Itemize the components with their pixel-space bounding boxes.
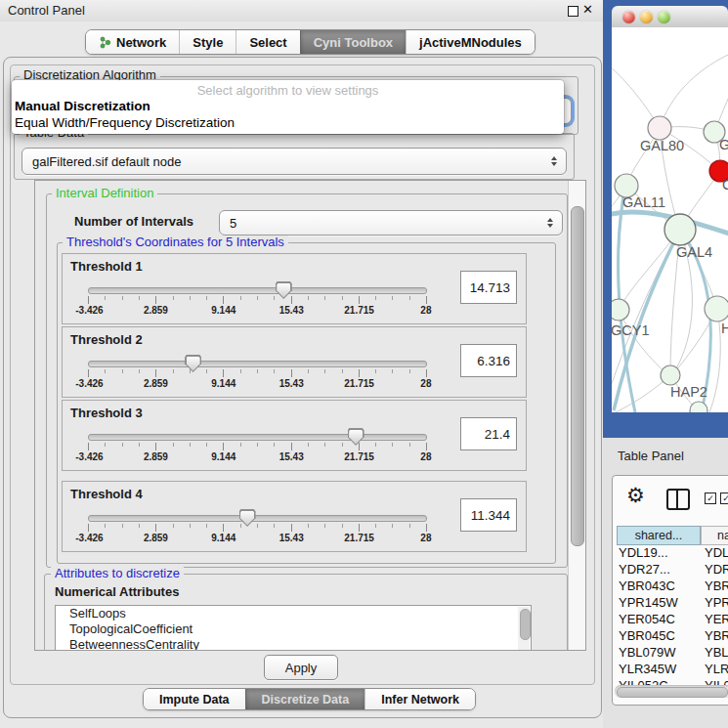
float-window-icon[interactable] (568, 6, 578, 17)
control-panel-tabbar: Network Style Select Cyni Toolbox jActiv… (85, 29, 535, 55)
number-of-intervals-spinner[interactable]: 5 (219, 210, 563, 236)
slider-track (88, 287, 427, 294)
threshold-3-value-field[interactable]: 21.4 (460, 417, 517, 450)
threshold-1-slider[interactable]: -3.4262.8599.14415.4321.71528 (88, 287, 427, 317)
threshold-3-box: Threshold 3 -3.4262.8599.14415.4321.7152… (62, 400, 527, 471)
threshold-4-label: Threshold 4 (70, 487, 143, 501)
tab-cyni-toolbox[interactable]: Cyni Toolbox (300, 30, 406, 54)
network-window-titlebar[interactable] (612, 6, 728, 28)
threshold-1-label: Threshold 1 (70, 259, 143, 274)
tab-discretize-data[interactable]: Discretize Data (245, 689, 365, 709)
slider-track (88, 361, 427, 367)
table-row[interactable]: YDL19...YDL1 (613, 545, 728, 562)
threshold-2-value-field[interactable]: 6.316 (460, 344, 517, 377)
list-scrollbar[interactable] (518, 607, 530, 651)
attributes-group-title: Attributes to discretize (51, 567, 184, 580)
table-row[interactable]: YBL079WYBL0 (613, 645, 728, 662)
table-row[interactable]: YBR043CYBR0 (613, 578, 728, 595)
pane-scrollbar[interactable] (568, 181, 585, 650)
checkbox-icon[interactable]: ✓ (720, 492, 728, 504)
node-gal4[interactable] (664, 214, 696, 245)
table-row[interactable]: YLR345WYLR3 (613, 662, 728, 678)
list-scrollbar-thumb[interactable] (520, 609, 531, 640)
table-horizontal-scrollbar[interactable] (615, 685, 728, 698)
node-hap2[interactable] (661, 365, 680, 385)
network-canvas[interactable]: GAL80 GA C GAL11 GAL4 GCY1 H HAP2 (612, 27, 728, 412)
column-header-name[interactable]: na (701, 526, 728, 545)
tab-network-label: Network (116, 35, 166, 50)
threshold-4-value-field[interactable]: 11.344 (460, 498, 517, 532)
node-gcy1[interactable] (612, 299, 629, 321)
threshold-4-slider[interactable]: -3.4262.8599.14415.4321.71528 (88, 515, 427, 544)
close-icon[interactable]: ✕ (582, 2, 593, 17)
tab-infer-network[interactable]: Infer Network (364, 689, 475, 709)
tab-impute-data[interactable]: Impute Data (144, 689, 245, 709)
number-of-intervals-label: Number of Intervals (74, 214, 193, 229)
table-row[interactable]: YBR045CYBR0 (613, 628, 728, 645)
node-label-hap2: HAP2 (670, 384, 707, 400)
table-row[interactable]: YER054CYER0 (613, 612, 728, 628)
slider-tick-labels: -3.4262.8599.14415.4321.71528 (88, 305, 427, 317)
settings-scrollpane: Interval Definition Number of Intervals … (34, 180, 586, 651)
tab-network[interactable]: Network (86, 30, 179, 54)
algorithm-popup: Select algorithm to view settings Manual… (12, 80, 564, 134)
list-item[interactable]: BetweennessCentrality (56, 637, 531, 651)
threshold-3-slider[interactable]: -3.4262.8599.14415.4321.71528 (88, 434, 427, 463)
slider-ticks (88, 443, 427, 450)
apply-button[interactable]: Apply (264, 655, 338, 680)
interval-definition-title: Interval Definition (52, 187, 157, 200)
table-hscrollbar-thumb[interactable] (617, 687, 728, 698)
node-label-partial-red: C (722, 177, 728, 193)
thresholds-group-title: Threshold's Coordinates for 5 Intervals (63, 236, 288, 249)
threshold-2-box: Threshold 2 -3.4262.8599.14415.4321.7152… (62, 326, 527, 398)
table-panel: ⚙ ✓ ✓ shared... na YDL19...YDL1 YDR27...… (612, 475, 728, 706)
control-panel-titlebar: Control Panel (0, 0, 603, 21)
cyni-subtabs: Impute Data Discretize Data Infer Networ… (143, 688, 476, 710)
option-manual-discretization[interactable]: Manual Discretization (15, 99, 150, 113)
node-label-partial-top-right: GA (719, 137, 728, 152)
threshold-2-slider[interactable]: -3.4262.8599.14415.4321.71528 (88, 361, 427, 390)
threshold-2-label: Threshold 2 (70, 332, 143, 347)
minimize-traffic-light[interactable] (640, 11, 653, 23)
pane-scrollbar-thumb[interactable] (571, 206, 584, 546)
list-item[interactable]: SelfLoops (56, 606, 531, 621)
slider-tick-labels: -3.4262.8599.14415.4321.71528 (88, 378, 427, 390)
network-graph: GAL80 GA C GAL11 GAL4 GCY1 H HAP2 (612, 27, 728, 412)
numerical-attributes-list[interactable]: SelfLoops TopologicalCoefficient Between… (55, 605, 532, 651)
spinner-stepper-icon (542, 218, 562, 228)
tab-jactivemnodules[interactable]: jActiveMNodules (406, 30, 535, 54)
slider-ticks (88, 296, 427, 304)
tab-style[interactable]: Style (179, 30, 236, 54)
table-row[interactable]: YDR27...YDR2 (613, 562, 728, 578)
zoom-traffic-light[interactable] (658, 11, 670, 23)
threshold-1-box: Threshold 1 -3.4262.8599.14415.4321.7152… (62, 253, 527, 324)
node-gal80[interactable] (648, 116, 671, 140)
checkbox-icon[interactable]: ✓ (705, 492, 716, 504)
threshold-3-label: Threshold 3 (70, 406, 143, 420)
tab-select[interactable]: Select (236, 30, 299, 54)
screen: Control Panel ✕ Network Style Select Cyn… (0, 0, 728, 728)
table-header-row: shared... na (613, 526, 728, 545)
slider-tick-labels: -3.4262.8599.14415.4321.71528 (88, 533, 427, 544)
table-data-combo[interactable]: galFiltered.sif default node (21, 148, 567, 175)
column-header-shared-name[interactable]: shared... (617, 526, 701, 545)
slider-ticks (88, 369, 427, 377)
combo-stepper-icon (546, 156, 566, 166)
node-label-gcy1: GCY1 (612, 322, 650, 338)
node-label-partial-right: H (721, 321, 728, 336)
window-title: Control Panel (8, 3, 85, 18)
node-label-gal4: GAL4 (676, 244, 712, 260)
option-equal-width-frequency[interactable]: Equal Width/Frequency Discretization (15, 115, 235, 130)
threshold-1-value-field[interactable]: 14.713 (460, 271, 517, 304)
columns-icon[interactable] (666, 489, 690, 510)
table-data-combo-value: galFiltered.sif default node (22, 154, 546, 169)
list-item[interactable]: TopologicalCoefficient (56, 621, 531, 637)
gear-icon[interactable]: ⚙ (626, 484, 645, 507)
number-of-intervals-value: 5 (220, 216, 542, 231)
slider-tick-labels: -3.4262.8599.14415.4321.71528 (88, 451, 427, 463)
node-partial-right[interactable] (705, 296, 728, 321)
node-label-gal11: GAL11 (622, 194, 665, 210)
table-row[interactable]: YPR145WYPR1 (613, 595, 728, 612)
node-label-gal80: GAL80 (640, 138, 684, 153)
close-traffic-light[interactable] (622, 11, 635, 23)
